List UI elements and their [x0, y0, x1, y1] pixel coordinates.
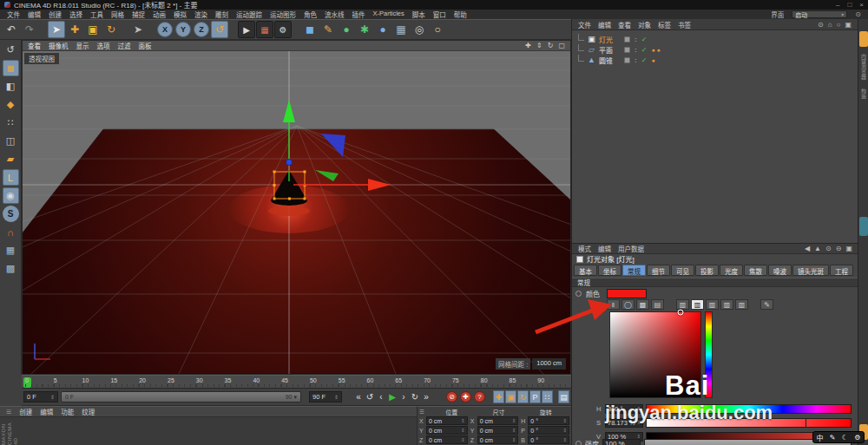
enabled-check-icon[interactable]: ✓ — [641, 46, 648, 54]
size-field[interactable]: X0 cm — [470, 416, 519, 425]
mode-icon[interactable]: L — [3, 169, 19, 186]
viewport-nav-icon[interactable]: ✚ — [525, 42, 531, 49]
ime-icon[interactable]: ✎ — [830, 434, 836, 442]
menu-item[interactable]: 模拟 — [174, 10, 187, 19]
material-menu-item[interactable]: 编辑 — [40, 407, 53, 416]
burger-icon[interactable]: ☰ — [419, 409, 428, 416]
gizmo-center-handle[interactable] — [286, 160, 293, 166]
toolbar-icon[interactable]: ✎ — [319, 21, 337, 38]
window-button[interactable]: □ — [847, 1, 852, 9]
viewport-menu-item[interactable]: 显示 — [76, 41, 89, 50]
dock-tab[interactable]: 内容浏览器 — [860, 54, 868, 80]
mode-icon[interactable]: S — [3, 206, 19, 222]
viewport-nav-icon[interactable]: ⇕ — [536, 42, 542, 49]
ime-bar[interactable]: 中✎☾⚙ — [812, 431, 865, 443]
menu-item[interactable]: 编辑 — [28, 10, 41, 19]
om-menu-item[interactable]: 编辑 — [598, 20, 611, 29]
menu-item[interactable]: 动画 — [153, 10, 166, 19]
transport-button[interactable]: « — [353, 390, 364, 403]
position-field[interactable]: X0 cm — [419, 416, 468, 425]
dock-tab-icon[interactable] — [859, 217, 868, 236]
plane-object[interactable] — [23, 129, 570, 374]
menu-item[interactable]: 窗口 — [433, 10, 446, 19]
visibility-dots-icon[interactable]: : — [635, 46, 637, 54]
mode-icon[interactable]: ▩ — [3, 260, 19, 277]
position-field[interactable]: Y0 cm — [419, 426, 468, 435]
enabled-check-icon[interactable]: ✓ — [641, 36, 648, 43]
menu-item[interactable]: 工具 — [90, 10, 103, 19]
attr-corner-icon[interactable]: ▣ — [845, 245, 852, 252]
rotation-field[interactable]: H0 ° — [521, 416, 569, 425]
attribute-tab[interactable]: 工程 — [830, 265, 853, 276]
om-menu-item[interactable]: 文件 — [578, 20, 591, 29]
viewport-menu-item[interactable]: 查看 — [28, 41, 41, 50]
intensity-value-field[interactable]: 100 % — [602, 439, 641, 445]
mode-icon[interactable]: ∩ — [3, 224, 19, 240]
object-name[interactable]: 灯光 — [599, 35, 613, 44]
search-icon[interactable]: ⊙ — [855, 10, 861, 18]
menu-item[interactable]: 帮助 — [454, 10, 467, 19]
timeline-ruler[interactable]: 051015202530354045505560657075808590 — [22, 375, 571, 389]
frame-range-slider[interactable]: 0 F 90 ▾ — [61, 391, 301, 402]
menu-item[interactable]: 插件 — [352, 10, 365, 19]
keying-toggle[interactable]: ∷ — [542, 390, 553, 403]
visibility-dots-icon[interactable]: : — [635, 56, 637, 64]
menu-item[interactable]: 选择 — [69, 10, 82, 19]
attribute-tab[interactable]: 噪波 — [768, 265, 792, 276]
toolbar-icon[interactable]: ↷ — [21, 21, 38, 38]
picker-mode-icon[interactable]: ▥ — [735, 299, 748, 310]
section-header[interactable]: 常规 — [572, 278, 858, 287]
object-name[interactable]: 圆锥 — [599, 56, 613, 65]
toolbar-icon[interactable]: X — [157, 22, 173, 37]
toolbar-icon[interactable]: ○ — [429, 21, 446, 38]
attr-menu-item[interactable]: 模式 — [578, 244, 591, 253]
layer-icon[interactable] — [624, 36, 630, 43]
toolbar-icon[interactable]: ↶ — [3, 21, 20, 38]
size-field[interactable]: Z0 cm — [470, 435, 519, 444]
burger-icon[interactable]: ☰ — [6, 409, 11, 416]
transport-button[interactable]: ‹ — [376, 390, 386, 403]
window-button[interactable]: × — [859, 1, 864, 9]
attribute-tab[interactable]: 焦散 — [744, 265, 767, 276]
toolbar-icon[interactable]: ➤ — [129, 21, 147, 38]
menu-item[interactable]: 文件 — [7, 10, 20, 19]
toolbar-icon[interactable]: ▣ — [84, 21, 102, 38]
object-name[interactable]: 平面 — [599, 45, 613, 55]
picker-mode-icon[interactable]: ◯ — [621, 299, 635, 310]
menu-item[interactable]: 创建 — [49, 10, 62, 19]
keying-options-toggle[interactable]: ▤ — [558, 390, 569, 403]
attr-corner-icon[interactable]: ◀ — [805, 245, 810, 252]
layer-icon[interactable] — [624, 47, 630, 53]
enabled-check-icon[interactable]: ✓ — [641, 56, 648, 64]
record-button[interactable]: ✚ — [460, 391, 471, 402]
toolbar-icon[interactable]: ● — [374, 21, 391, 38]
mode-icon[interactable]: ◆ — [3, 96, 19, 113]
om-corner-icon[interactable]: ⊙ — [818, 21, 824, 29]
picker-mode-icon[interactable]: ▥ — [676, 299, 689, 310]
attribute-tab[interactable]: 投影 — [695, 265, 719, 276]
om-corner-icon[interactable]: ○ — [837, 21, 841, 29]
toolbar-icon[interactable] — [229, 21, 237, 38]
toolbar-icon[interactable]: ⚙ — [274, 21, 292, 38]
picker-mode-icon[interactable]: ▤ — [651, 299, 664, 310]
menu-item[interactable]: 网格 — [111, 10, 124, 19]
record-button[interactable]: ? — [474, 391, 485, 402]
menu-item[interactable]: 雕刻 — [215, 10, 228, 19]
keyframe-dot-icon[interactable] — [575, 291, 582, 297]
rotation-field[interactable]: B0 ° — [521, 435, 569, 444]
picker-mode-icon[interactable]: ▩ — [636, 299, 649, 310]
toolbar-icon[interactable] — [39, 21, 47, 38]
object-row[interactable]: ▣ 灯光 : ✓ — [578, 34, 858, 44]
menu-item[interactable]: 渲染 — [194, 10, 207, 19]
end-frame-field[interactable]: 90 F — [309, 391, 342, 402]
mode-icon[interactable]: ◫ — [3, 133, 19, 149]
toolbar-icon[interactable]: ▦ — [256, 21, 273, 38]
toolbar-icon[interactable]: ◼ — [301, 21, 319, 38]
viewport-nav-icon[interactable]: ▢ — [558, 42, 565, 49]
current-frame-field[interactable]: 0 F — [23, 391, 58, 402]
menu-item[interactable]: 流水线 — [325, 10, 345, 19]
toolbar-icon[interactable]: ● — [338, 21, 355, 38]
transport-button[interactable]: ↻ — [410, 390, 420, 403]
attribute-tab[interactable]: 镜头光斑 — [792, 265, 829, 276]
picker-mode-icon[interactable]: ✎ — [760, 299, 773, 310]
